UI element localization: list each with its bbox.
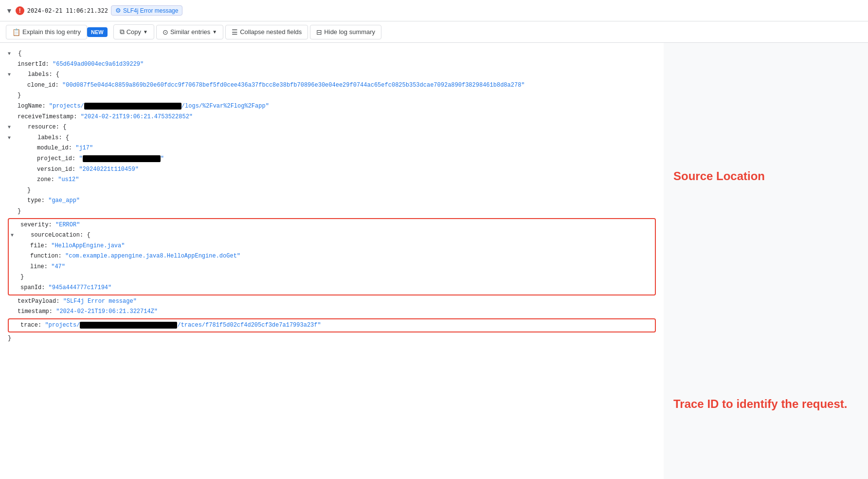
root-open: ▼ { bbox=[8, 49, 656, 59]
annotation-panel: Source Location Trace ID to identify the… bbox=[664, 43, 868, 479]
explain-icon: 📋 bbox=[12, 28, 20, 36]
trace-highlight: trace: "projects//traces/f781f5d02cf4d20… bbox=[8, 318, 656, 333]
collapse-icon: ☰ bbox=[232, 28, 238, 36]
source-location-highlight: severity: "ERROR" ▼ sourceLocation: { fi… bbox=[8, 218, 656, 295]
similar-dropdown-icon: ▼ bbox=[212, 29, 217, 35]
log-tag-label: SLF4j Error message bbox=[123, 7, 178, 14]
copy-button[interactable]: ⧉ Copy ▼ bbox=[113, 24, 154, 39]
project-id-line: project_id: "" bbox=[8, 154, 656, 165]
source-location-label: Source Location bbox=[673, 169, 765, 183]
collapse-button[interactable]: ☰ Collapse nested fields bbox=[225, 25, 308, 39]
top-bar: ▼ ! 2024-02-21 11:06:21.322 ⚙ SLF4j Erro… bbox=[0, 0, 868, 21]
zone-line: zone: "us12" bbox=[8, 175, 656, 185]
function-line: function: "com.example.appengine.java8.H… bbox=[11, 251, 653, 262]
resource-close: } bbox=[8, 206, 656, 217]
module-id-line: module_id: "j17" bbox=[8, 143, 656, 154]
file-line: file: "HelloAppEngine.java" bbox=[11, 241, 653, 252]
text-payload-line: textPayload: "SLF4j Error message" bbox=[8, 296, 656, 307]
root-close: } bbox=[8, 333, 656, 344]
log-panel[interactable]: ▼ { insertId: "65d649ad0004ec9a61d39229"… bbox=[0, 43, 664, 479]
log-type-tag: ⚙ SLF4j Error message bbox=[111, 5, 182, 16]
error-severity-icon: ! bbox=[16, 6, 24, 15]
timestamp-line: timestamp: "2024-02-21T19:06:21.322714Z" bbox=[8, 307, 656, 317]
resource-labels-expand[interactable]: ▼ bbox=[8, 134, 15, 143]
trace-id-label: Trace ID to identify the request. bbox=[673, 397, 847, 411]
explain-button[interactable]: 📋 Explain this log entry bbox=[6, 25, 87, 39]
receive-timestamp-line: receiveTimestamp: "2024-02-21T19:06:21.4… bbox=[8, 112, 656, 123]
resource-labels-open: ▼ labels: { bbox=[8, 133, 656, 144]
clone-id-line: clone_id: "00d087f5e04d4c8859a869b20e60f… bbox=[8, 80, 656, 91]
source-location-open: ▼ sourceLocation: { bbox=[11, 230, 653, 241]
copy-dropdown-icon: ▼ bbox=[143, 29, 148, 35]
source-location-close: } bbox=[11, 272, 653, 283]
main-layout: ▼ { insertId: "65d649ad0004ec9a61d39229"… bbox=[0, 43, 868, 479]
labels-close: } bbox=[8, 91, 656, 101]
root-expand[interactable]: ▼ bbox=[8, 50, 15, 58]
log-name-line: logName: "projects//logs/%2Fvar%2Flog%2F… bbox=[8, 101, 656, 112]
source-location-expand[interactable]: ▼ bbox=[11, 231, 18, 240]
version-id-line: version_id: "20240221t110459" bbox=[8, 165, 656, 175]
type-line: type: "gae_app" bbox=[8, 196, 656, 206]
hide-icon: ⊟ bbox=[316, 28, 322, 36]
line-number-line: line: "47" bbox=[11, 262, 653, 273]
resource-open: ▼ resource: { bbox=[8, 122, 656, 133]
log-entry-header: ▼ ! 2024-02-21 11:06:21.322 ⚙ SLF4j Erro… bbox=[6, 5, 182, 16]
new-badge: NEW bbox=[87, 27, 108, 37]
toolbar: 📋 Explain this log entry NEW ⧉ Copy ▼ ⊙ … bbox=[0, 21, 868, 43]
trace-id-annotation: Trace ID to identify the request. bbox=[673, 397, 858, 411]
project-id-redacted bbox=[83, 155, 161, 162]
trace-line: trace: "projects//traces/f781f5d02cf4d20… bbox=[11, 320, 653, 331]
source-location-annotation: Source Location bbox=[673, 169, 858, 183]
hide-summary-button[interactable]: ⊟ Hide log summary bbox=[310, 25, 381, 39]
trace-redacted bbox=[80, 322, 177, 329]
span-id-line: spanId: "945a444777c17194" bbox=[11, 283, 653, 294]
labels-expand[interactable]: ▼ bbox=[8, 71, 15, 79]
resource-labels-close: } bbox=[8, 185, 656, 196]
similar-icon: ⊙ bbox=[163, 28, 168, 36]
copy-icon: ⧉ bbox=[120, 28, 125, 36]
severity-line: severity: "ERROR" bbox=[11, 220, 653, 231]
resource-expand[interactable]: ▼ bbox=[8, 123, 15, 132]
filter-icon: ⚙ bbox=[115, 7, 121, 14]
labels-open: ▼ labels: { bbox=[8, 70, 656, 80]
insert-id-line: insertId: "65d649ad0004ec9a61d39229" bbox=[8, 59, 656, 70]
similar-entries-button[interactable]: ⊙ Similar entries ▼ bbox=[156, 25, 223, 39]
collapse-chevron[interactable]: ▼ bbox=[6, 7, 13, 15]
log-timestamp: 2024-02-21 11:06:21.322 bbox=[27, 7, 108, 14]
log-name-redacted bbox=[84, 103, 181, 110]
